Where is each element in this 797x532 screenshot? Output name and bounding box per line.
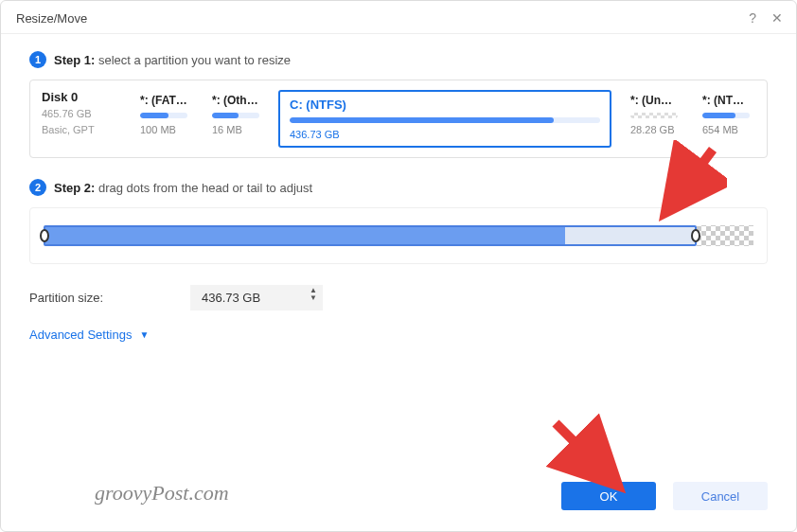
ok-button[interactable]: OK (561, 482, 656, 510)
partition-item[interactable]: *: (FAT… 100 MB (134, 90, 193, 139)
partition-size: 28.28 GB (630, 124, 678, 135)
partition-size-row: Partition size: ▲ ▼ (29, 285, 768, 310)
partition-size: 436.73 GB (290, 129, 600, 140)
size-stepper[interactable]: ▲ ▼ (310, 287, 317, 302)
partition-item[interactable]: *: (NT… 654 MB (697, 90, 755, 139)
free-region (565, 227, 695, 244)
partition-label: C: (NTFS) (290, 98, 600, 112)
disk-size: 465.76 GB (42, 106, 121, 122)
stepper-down-icon[interactable]: ▼ (310, 294, 317, 302)
resize-move-dialog: Resize/Move ? ✕ 1 Step 1: select a parti… (0, 0, 797, 532)
used-region (45, 227, 565, 244)
drag-handle-right[interactable] (691, 229, 700, 242)
step2-desc: drag dots from the head or tail to adjus… (98, 181, 312, 195)
resize-partition-region[interactable] (44, 225, 697, 246)
partition-label: *: (NT… (702, 94, 750, 107)
chevron-down-icon: ▼ (139, 329, 149, 340)
drag-handle-left[interactable] (40, 229, 49, 242)
disk-selector: Disk 0 465.76 GB Basic, GPT *: (FAT… 100… (29, 80, 768, 158)
partition-label: *: (FAT… (140, 94, 187, 107)
partition-label: *: (Unallo… (630, 94, 678, 107)
help-icon[interactable]: ? (749, 10, 756, 26)
advanced-settings-label: Advanced Settings (29, 328, 132, 342)
partition-size-input[interactable] (190, 285, 323, 310)
step2-name: Step 2: (54, 181, 95, 195)
resize-track-container (29, 207, 768, 264)
titlebar: Resize/Move ? ✕ (1, 1, 796, 34)
partition-item[interactable]: *: (Oth… 16 MB (206, 90, 265, 139)
advanced-settings-link[interactable]: Advanced Settings ▼ (29, 328, 768, 342)
watermark: groovyPost.com (95, 481, 229, 505)
window-title: Resize/Move (16, 11, 87, 26)
partition-size: 100 MB (140, 124, 187, 135)
disk-info: Disk 0 465.76 GB Basic, GPT (42, 90, 121, 137)
step1-desc: select a partition you want to resize (98, 53, 291, 67)
partition-size-label: Partition size: (29, 291, 162, 305)
disk-name: Disk 0 (42, 90, 121, 104)
unallocated-region (697, 225, 753, 246)
close-icon[interactable]: ✕ (771, 10, 783, 26)
step1-badge: 1 (29, 51, 46, 68)
partition-size: 16 MB (212, 124, 259, 135)
step2-badge: 2 (29, 179, 46, 196)
partition-label: *: (Oth… (212, 94, 259, 107)
step2-header: 2 Step 2: drag dots from the head or tai… (29, 179, 768, 196)
partition-item-selected[interactable]: C: (NTFS) 436.73 GB (278, 90, 611, 148)
cancel-button[interactable]: Cancel (673, 482, 768, 510)
step1-name: Step 1: (54, 53, 95, 67)
disk-scheme: Basic, GPT (42, 122, 121, 138)
resize-track[interactable] (44, 225, 753, 246)
partition-size: 654 MB (702, 124, 750, 135)
partition-item[interactable]: *: (Unallo… 28.28 GB (625, 90, 683, 139)
step1-header: 1 Step 1: select a partition you want to… (29, 51, 768, 68)
